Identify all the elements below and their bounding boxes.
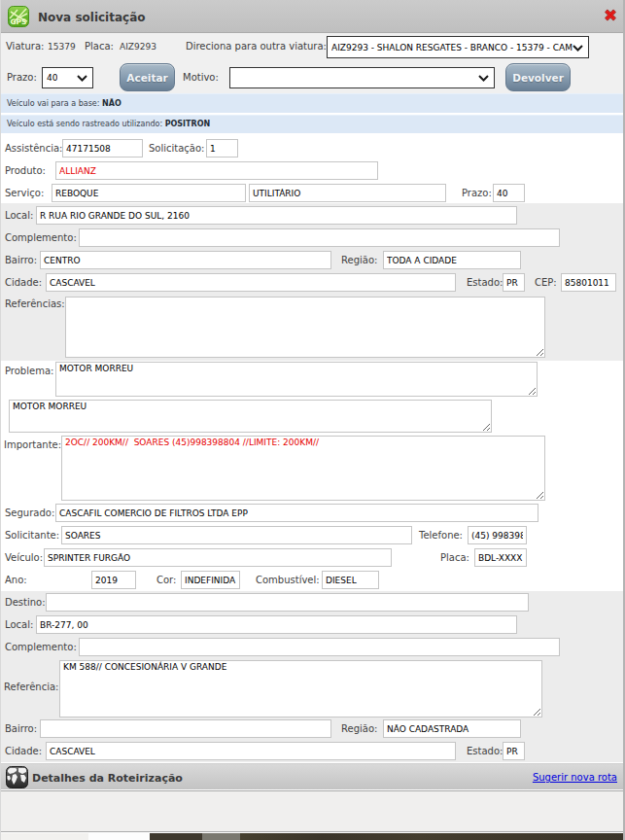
importante-textarea[interactable] xyxy=(61,436,545,501)
prazo-form-input[interactable] xyxy=(493,184,525,202)
routing-panel xyxy=(1,790,624,832)
destino-referencia-textarea[interactable] xyxy=(59,660,542,718)
routing-title: Detalhes da Roteirização xyxy=(32,772,183,785)
destino-regiao-input[interactable] xyxy=(383,719,521,738)
notice-rastreio-label: Veículo está sendo rastreado utilizando: xyxy=(7,120,162,128)
destino-input[interactable] xyxy=(46,593,529,612)
origem-referencias-textarea[interactable] xyxy=(65,297,545,358)
telefone-label: Telefone: xyxy=(419,530,463,541)
close-icon[interactable] xyxy=(603,8,618,23)
notice-rastreio-value: POSITRON xyxy=(165,120,211,128)
prazo-label: Prazo: xyxy=(7,72,37,83)
combustivel-input[interactable] xyxy=(322,571,379,589)
viatura-value: 15379 xyxy=(48,42,76,52)
viatura-label: Viatura: xyxy=(6,41,44,52)
motivo-select[interactable] xyxy=(229,67,495,88)
aceitar-button[interactable]: Aceitar xyxy=(120,63,175,91)
destino-cidade-label: Cidade: xyxy=(5,746,42,756)
placa-value: AIZ9293 xyxy=(120,42,156,52)
origem-local-input[interactable] xyxy=(36,206,517,225)
request-form: Assistência: Solicitação: Produto: Servi… xyxy=(1,136,623,763)
assistencia-label: Assistência: xyxy=(5,143,62,154)
nova-solicitacao-dialog: GPS Nova solicitação Viatura: 15379 Plac… xyxy=(0,0,625,840)
window-title: Nova solicitação xyxy=(38,11,146,24)
destino-bairro-label: Bairro: xyxy=(5,723,37,734)
problema-label: Problema: xyxy=(5,366,53,376)
destino-estado-label: Estado: xyxy=(467,746,503,756)
motivo-label: Motivo: xyxy=(183,72,219,83)
origem-complemento-input[interactable] xyxy=(79,228,560,247)
notice-rastreio: Veículo está sendo rastreado utilizando:… xyxy=(1,115,623,133)
direciona-select[interactable]: AIZ9293 - SHALON RESGATES - BRANCO - 153… xyxy=(327,36,589,58)
solicitacao-label: Solicitação: xyxy=(149,143,204,154)
servico-input[interactable] xyxy=(52,184,246,202)
origem-bairro-input[interactable] xyxy=(40,251,331,269)
origem-referencias-label: Referências: xyxy=(5,298,65,309)
combustivel-label: Combustível: xyxy=(256,575,320,585)
destino-regiao-label: Região: xyxy=(341,723,377,734)
direciona-label: Direciona para outra viatura: xyxy=(186,41,327,52)
segurado-label: Segurado: xyxy=(5,508,54,518)
problema-copy-textarea[interactable] xyxy=(9,400,492,433)
assistencia-input[interactable] xyxy=(62,139,143,158)
veiculo-input[interactable] xyxy=(44,548,392,567)
suggest-route-link[interactable]: Sugerir nova rota xyxy=(533,772,617,783)
chevron-down-icon xyxy=(573,45,583,52)
action-row: Prazo: 40 Aceitar Motivo: Devolver xyxy=(1,60,623,94)
origem-regiao-label: Região: xyxy=(341,255,377,265)
placa-form-input[interactable] xyxy=(474,548,527,567)
chevron-down-icon xyxy=(77,75,87,82)
servico-tipo-input[interactable] xyxy=(249,184,446,202)
segurado-input[interactable] xyxy=(55,504,538,522)
solicitacao-input[interactable] xyxy=(206,139,238,158)
cor-label: Cor: xyxy=(156,575,176,585)
routing-section-header: Detalhes da Roteirização Sugerir nova ro… xyxy=(1,763,623,789)
destino-estado-input[interactable] xyxy=(503,742,525,760)
notice-base-label: Veículo vai para a base: xyxy=(7,99,99,108)
cor-input[interactable] xyxy=(181,571,240,589)
destino-complemento-input[interactable] xyxy=(79,638,560,656)
prazo-select[interactable]: 40 xyxy=(42,67,93,88)
telefone-input[interactable] xyxy=(468,526,527,544)
destino-local-label: Local: xyxy=(5,619,33,630)
ano-label: Ano: xyxy=(5,575,27,585)
prazo-select-value: 40 xyxy=(47,73,57,83)
destino-referencia-label: Referência: xyxy=(4,682,58,692)
ano-input[interactable] xyxy=(91,571,136,589)
origem-cidade-input[interactable] xyxy=(46,273,456,292)
origem-cep-input[interactable] xyxy=(561,273,616,292)
origem-estado-input[interactable] xyxy=(503,273,525,292)
placa-label: Placa: xyxy=(85,41,114,52)
servico-label: Serviço: xyxy=(5,188,44,198)
problema-textarea[interactable] xyxy=(55,362,538,397)
veiculo-label: Veículo: xyxy=(5,552,43,563)
notice-base: Veículo vai para a base: NÃO xyxy=(1,93,623,113)
svg-text:GPS: GPS xyxy=(10,18,26,26)
produto-input[interactable] xyxy=(55,161,378,180)
origem-local-label: Local: xyxy=(5,210,33,221)
origem-cep-label: CEP: xyxy=(535,277,557,288)
prazo-form-label: Prazo: xyxy=(462,188,492,198)
chevron-down-icon xyxy=(478,75,489,82)
destino-bairro-input[interactable] xyxy=(40,719,331,738)
map-preview xyxy=(1,833,623,840)
notice-base-value: NÃO xyxy=(102,99,122,108)
solicitante-input[interactable] xyxy=(61,526,412,544)
origem-bairro-label: Bairro: xyxy=(5,255,37,265)
origem-estado-label: Estado: xyxy=(467,277,503,288)
origem-regiao-input[interactable] xyxy=(383,251,521,269)
world-map-icon xyxy=(6,766,28,788)
vehicle-info-row: Viatura: 15379 Placa: AIZ9293 Direciona … xyxy=(1,33,623,60)
titlebar: GPS Nova solicitação xyxy=(1,0,623,33)
solicitante-label: Solicitante: xyxy=(5,530,59,541)
destino-complemento-label: Complemento: xyxy=(5,642,77,652)
origem-cidade-label: Cidade: xyxy=(5,277,42,288)
origem-complemento-label: Complemento: xyxy=(5,232,77,243)
importante-label: Importante: xyxy=(4,439,61,450)
devolver-button[interactable]: Devolver xyxy=(505,63,571,91)
destino-local-input[interactable] xyxy=(36,615,517,634)
placa-form-label: Placa: xyxy=(440,552,469,563)
destino-cidade-input[interactable] xyxy=(46,742,456,760)
destino-label: Destino: xyxy=(5,597,46,608)
direciona-select-value: AIZ9293 - SHALON RESGATES - BRANCO - 153… xyxy=(331,43,573,52)
